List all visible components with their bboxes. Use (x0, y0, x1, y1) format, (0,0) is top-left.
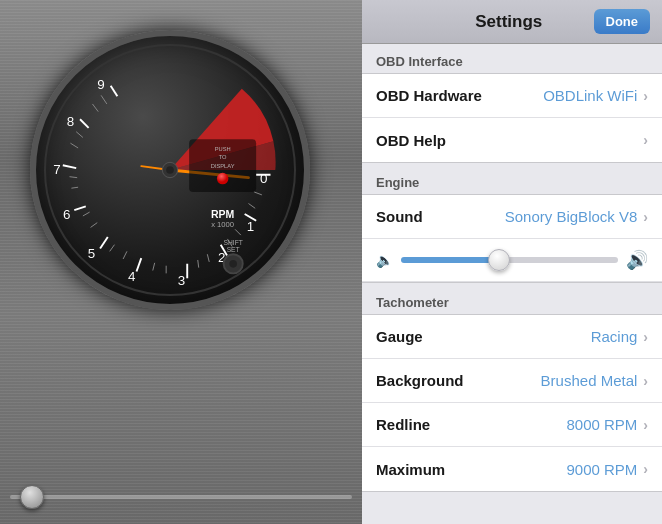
svg-text:TO: TO (219, 154, 227, 160)
redline-label: Redline (376, 416, 566, 433)
done-button[interactable]: Done (594, 9, 651, 34)
gauge-label: Gauge (376, 328, 591, 345)
background-chevron: › (643, 373, 648, 389)
maximum-chevron: › (643, 461, 648, 477)
section-obd-header: OBD Interface (362, 44, 662, 73)
svg-text:PUSH: PUSH (215, 146, 231, 152)
bottom-slider[interactable] (10, 495, 352, 499)
svg-text:3: 3 (178, 273, 185, 288)
svg-text:9: 9 (97, 77, 104, 92)
section-engine-header: Engine (362, 165, 662, 194)
svg-line-15 (198, 260, 199, 268)
obd-help-chevron: › (643, 132, 648, 148)
svg-text:8: 8 (67, 114, 74, 129)
slider-track[interactable] (10, 495, 352, 499)
svg-point-46 (217, 173, 228, 184)
settings-header: Settings Done (362, 0, 662, 44)
right-panel: Settings Done OBD Interface OBD Hardware… (362, 0, 662, 524)
svg-text:x 1000: x 1000 (211, 220, 234, 229)
left-panel: 0 1 2 3 4 5 6 7 8 9 PUSH TO (0, 0, 362, 524)
background-row[interactable]: Background Brushed Metal › (362, 359, 662, 403)
svg-text:6: 6 (63, 207, 70, 222)
maximum-row[interactable]: Maximum 9000 RPM › (362, 447, 662, 491)
gauge-value: Racing (591, 328, 638, 345)
gauge-outer: 0 1 2 3 4 5 6 7 8 9 PUSH TO (30, 30, 310, 310)
svg-line-10 (254, 192, 262, 195)
redline-value: 8000 RPM (566, 416, 637, 433)
svg-line-7 (63, 165, 76, 168)
sound-value: Sonory BigBlock V8 (505, 208, 638, 225)
svg-line-22 (71, 187, 78, 188)
obd-hardware-chevron: › (643, 88, 648, 104)
obd-hardware-label: OBD Hardware (376, 87, 543, 104)
svg-line-14 (207, 254, 209, 262)
volume-high-icon: 🔊 (626, 249, 648, 271)
gauge-row[interactable]: Gauge Racing › (362, 315, 662, 359)
redline-row[interactable]: Redline 8000 RPM › (362, 403, 662, 447)
volume-low-icon: 🔈 (376, 252, 393, 268)
settings-content: OBD Interface OBD Hardware OBDLink WiFi … (362, 44, 662, 524)
gauge-svg: 0 1 2 3 4 5 6 7 8 9 PUSH TO (36, 36, 304, 304)
svg-text:4: 4 (128, 269, 136, 284)
gauge-chevron: › (643, 329, 648, 345)
svg-line-26 (92, 104, 98, 112)
obd-help-row[interactable]: OBD Help › (362, 118, 662, 162)
svg-line-25 (76, 132, 83, 138)
svg-line-23 (70, 177, 78, 178)
svg-line-20 (91, 223, 98, 228)
svg-line-11 (248, 204, 255, 209)
sound-label: Sound (376, 208, 505, 225)
svg-line-24 (70, 143, 78, 148)
obd-help-label: OBD Help (376, 132, 643, 149)
slider-thumb[interactable] (20, 485, 44, 509)
svg-text:7: 7 (53, 162, 60, 177)
svg-line-9 (111, 86, 118, 97)
volume-track[interactable] (401, 257, 618, 263)
settings-title: Settings (424, 12, 594, 32)
sound-chevron: › (643, 209, 648, 225)
background-label: Background (376, 372, 541, 389)
svg-text:0: 0 (260, 171, 267, 186)
svg-line-8 (80, 119, 89, 128)
svg-text:SET: SET (227, 246, 240, 253)
svg-line-21 (83, 212, 90, 216)
maximum-value: 9000 RPM (566, 461, 637, 478)
svg-text:1: 1 (247, 219, 254, 234)
background-value: Brushed Metal (541, 372, 638, 389)
obd-hardware-row[interactable]: OBD Hardware OBDLink WiFi › (362, 74, 662, 118)
volume-thumb[interactable] (488, 249, 510, 271)
obd-hardware-value: OBDLink WiFi (543, 87, 637, 104)
gauge-container: 0 1 2 3 4 5 6 7 8 9 PUSH TO (30, 30, 310, 310)
tachometer-group: Gauge Racing › Background Brushed Metal … (362, 314, 662, 492)
svg-text:5: 5 (88, 246, 95, 261)
svg-point-52 (229, 260, 237, 268)
svg-line-18 (123, 251, 127, 259)
svg-line-12 (235, 229, 241, 235)
svg-line-5 (100, 237, 108, 248)
maximum-label: Maximum (376, 461, 566, 478)
svg-text:DISPLAY: DISPLAY (211, 163, 235, 169)
redline-chevron: › (643, 417, 648, 433)
engine-group: Sound Sonory BigBlock V8 › 🔈 🔊 (362, 194, 662, 283)
svg-line-6 (74, 206, 85, 210)
svg-point-41 (166, 166, 174, 174)
section-tachometer-header: Tachometer (362, 285, 662, 314)
svg-text:RPM: RPM (211, 208, 235, 220)
sound-row[interactable]: Sound Sonory BigBlock V8 › (362, 195, 662, 239)
obd-group: OBD Hardware OBDLink WiFi › OBD Help › (362, 73, 662, 163)
svg-line-17 (153, 263, 155, 271)
svg-line-27 (101, 95, 107, 104)
svg-line-4 (137, 258, 142, 271)
svg-text:SHIFT: SHIFT (224, 239, 243, 246)
svg-line-19 (110, 245, 115, 252)
volume-row[interactable]: 🔈 🔊 (362, 239, 662, 282)
